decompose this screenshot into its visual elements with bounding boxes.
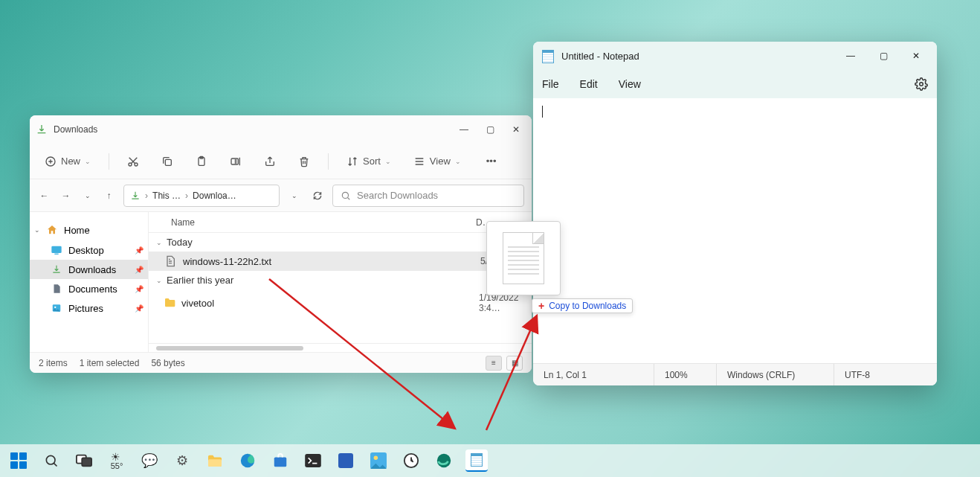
taskbar-app-notepad[interactable]: [465, 449, 488, 472]
home-icon: [46, 224, 58, 236]
sidebar-item-desktop[interactable]: Desktop 📌: [30, 240, 148, 260]
refresh-button[interactable]: [310, 185, 325, 206]
chevron-down-icon: ⌄: [156, 239, 162, 246]
horizontal-scrollbar[interactable]: [149, 343, 532, 352]
sort-button[interactable]: Sort ⌄: [342, 153, 396, 170]
menu-file[interactable]: File: [542, 78, 559, 90]
notepad-icon: [471, 453, 483, 467]
taskbar-app-store[interactable]: [269, 449, 291, 472]
share-button[interactable]: [259, 153, 280, 170]
svg-point-12: [920, 83, 923, 86]
breadcrumb-downloads[interactable]: Downloa…: [193, 191, 236, 201]
taskbar-search[interactable]: [40, 449, 62, 472]
rename-button[interactable]: [225, 153, 246, 170]
new-button[interactable]: New ⌄: [40, 153, 95, 170]
forward-button[interactable]: →: [59, 186, 73, 205]
text-caret: [542, 106, 543, 118]
file-name: vivetool: [181, 298, 479, 309]
menu-edit[interactable]: Edit: [580, 78, 598, 90]
taskbar-app-terminal[interactable]: [302, 449, 324, 472]
drag-tooltip: + Copy to Downloads: [532, 298, 633, 313]
weather-widget[interactable]: ☀55°: [106, 449, 128, 472]
taskbar-app-chat[interactable]: 💬: [138, 449, 161, 472]
windows-icon: [10, 452, 27, 469]
explorer-statusbar: 2 items 1 item selected 56 bytes ≡ ▦: [30, 352, 532, 373]
group-today[interactable]: ⌄ Today: [149, 233, 532, 252]
svg-rect-18: [208, 459, 222, 467]
svg-point-25: [437, 454, 451, 467]
clock-icon: [403, 452, 419, 469]
taskbar-app-photos[interactable]: [367, 449, 390, 472]
taskbar-app-edge2[interactable]: [433, 449, 455, 472]
document-thumbnail-icon: [503, 232, 544, 284]
edge-icon: [436, 452, 452, 469]
documents-icon: [51, 283, 62, 295]
taskbar-app-generic1[interactable]: [335, 449, 357, 472]
notepad-window: Untitled - Notepad — ▢ ✕ File Edit View …: [533, 42, 937, 385]
copy-button[interactable]: [157, 153, 178, 170]
file-row[interactable]: vivetool 1/19/2022 3:4…: [149, 289, 532, 316]
pin-icon: 📌: [135, 266, 144, 274]
photos-icon: [370, 452, 387, 469]
taskview-icon: [76, 454, 92, 467]
navigation-pane: ⌄ Home Desktop 📌 Downloads 📌 Documents 📌: [30, 212, 149, 352]
menu-view[interactable]: View: [619, 78, 641, 90]
home-label: Home: [64, 225, 90, 236]
breadcrumb-thispc[interactable]: This …: [152, 191, 181, 201]
taskbar-app-edge[interactable]: [236, 449, 259, 472]
sidebar-item-pictures[interactable]: Pictures 📌: [30, 298, 148, 318]
taskbar-app-explorer[interactable]: [204, 449, 226, 472]
address-row: ← → ⌄ ↑ › This … › Downloa… ⌄ Search Dow…: [30, 179, 532, 212]
minimize-button[interactable]: —: [834, 44, 867, 68]
notepad-statusbar: Ln 1, Col 1 100% Windows (CRLF) UTF-8: [533, 363, 937, 385]
chevron-right-icon: ›: [145, 191, 148, 201]
maximize-button[interactable]: ▢: [867, 44, 900, 68]
task-view-button[interactable]: [73, 449, 95, 472]
more-button[interactable]: •••: [482, 153, 501, 170]
cut-button[interactable]: [123, 153, 144, 170]
file-row[interactable]: windows-11-22h2.txt 5/…: [149, 252, 532, 271]
svg-point-15: [46, 455, 55, 464]
up-button[interactable]: ↑: [102, 186, 116, 205]
documents-label: Documents: [68, 284, 117, 295]
taskbar-app-settings[interactable]: ⚙: [171, 449, 193, 472]
chevron-right-icon: ›: [185, 191, 188, 201]
svg-rect-8: [51, 246, 61, 253]
search-placeholder: Search Downloads: [357, 190, 438, 201]
delete-button[interactable]: [294, 153, 315, 170]
downloads-icon: [130, 191, 141, 201]
sidebar-item-documents[interactable]: Documents 📌: [30, 279, 148, 298]
close-button[interactable]: ✕: [512, 124, 520, 135]
scrollbar-thumb[interactable]: [156, 346, 303, 350]
notepad-editor[interactable]: [533, 98, 937, 363]
view-button[interactable]: View ⌄: [409, 153, 465, 170]
group-earlier[interactable]: ⌄ Earlier this year: [149, 271, 532, 289]
status-lineending: Windows (CRLF): [716, 364, 834, 385]
explorer-titlebar[interactable]: Downloads — ▢ ✕: [30, 115, 532, 144]
column-name[interactable]: Name: [171, 217, 476, 228]
recent-button[interactable]: ⌄: [80, 186, 94, 205]
sidebar-item-downloads[interactable]: Downloads 📌: [30, 260, 148, 279]
start-button[interactable]: [7, 449, 30, 472]
svg-rect-9: [54, 254, 58, 254]
address-bar[interactable]: › This … › Downloa…: [123, 185, 280, 207]
drag-tooltip-label: Copy to Downloads: [549, 301, 626, 311]
close-button[interactable]: ✕: [900, 44, 932, 68]
notepad-titlebar[interactable]: Untitled - Notepad — ▢ ✕: [533, 42, 937, 70]
address-dropdown[interactable]: ⌄: [287, 185, 302, 206]
minimize-button[interactable]: —: [460, 124, 468, 135]
svg-rect-20: [274, 457, 287, 467]
back-button[interactable]: ←: [37, 186, 51, 205]
desktop-icon: [51, 244, 62, 256]
notepad-menubar: File Edit View: [533, 70, 937, 98]
taskbar-app-clock[interactable]: [400, 449, 422, 472]
search-input[interactable]: Search Downloads: [332, 185, 524, 207]
paste-button[interactable]: [191, 153, 212, 170]
settings-button[interactable]: [915, 77, 928, 91]
group-today-label: Today: [167, 237, 193, 248]
details-view-toggle[interactable]: ≡: [486, 356, 502, 371]
column-headers[interactable]: Name D…: [149, 212, 532, 233]
maximize-button[interactable]: ▢: [486, 124, 494, 135]
thumbnails-view-toggle[interactable]: ▦: [506, 356, 523, 371]
sidebar-item-home[interactable]: ⌄ Home: [30, 220, 148, 240]
